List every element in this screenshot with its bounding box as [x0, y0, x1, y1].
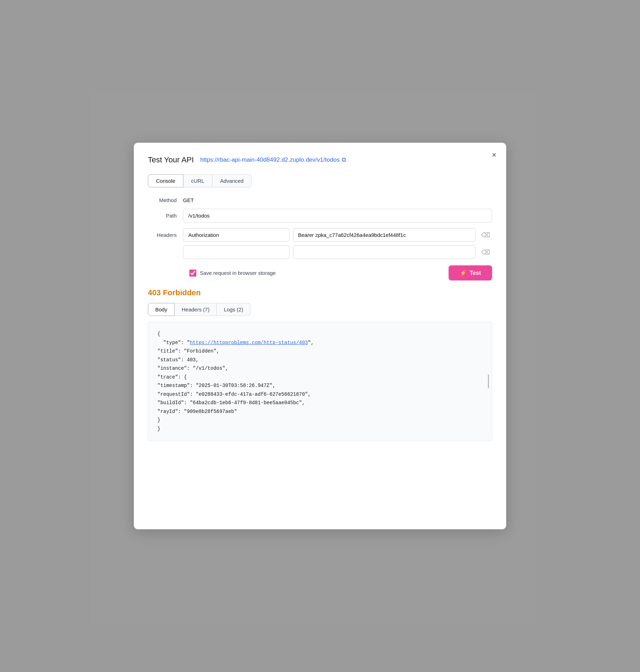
json-open-brace: { [157, 330, 483, 338]
headers-label: Headers [148, 228, 183, 238]
path-input[interactable] [183, 209, 492, 222]
modal-header: Test Your API https://rbac-api-main-40d8… [148, 155, 492, 164]
json-rayid-line: "rayId": "909e8b28f5697aeb" [157, 407, 483, 416]
tab-advanced[interactable]: Advanced [213, 174, 252, 187]
json-status-line: "status": 403, [157, 356, 483, 364]
modal: Test Your API https://rbac-api-main-40d8… [134, 143, 506, 529]
scrollbar-hint [488, 374, 489, 388]
response-tab-body[interactable]: Body [148, 303, 175, 316]
json-timestamp-line: "timestamp": "2025-01-30T03:58:26.947Z", [157, 381, 483, 390]
header-val-2[interactable] [293, 245, 476, 259]
path-row: Path [148, 209, 492, 222]
json-requestid-line: "requestId": "e0288433-efdc-417a-adf6-62… [157, 390, 483, 399]
headers-section: Headers ⌫ ⌫ [148, 228, 492, 259]
response-body: { "type": "https://httpproblems.com/http… [148, 322, 492, 441]
response-tab-headers[interactable]: Headers (7) [175, 303, 217, 316]
method-row: Method GET [148, 197, 492, 203]
header-key-2[interactable] [183, 245, 289, 259]
delete-icon-1: ⌫ [481, 231, 490, 239]
delete-icon-2: ⌫ [481, 248, 490, 256]
modal-url[interactable]: https://rbac-api-main-40d8492.d2.zuplo.d… [200, 156, 346, 163]
tab-bar: Console cURL Advanced [148, 174, 492, 187]
json-trace-close: } [157, 416, 483, 425]
json-trace-open: "trace": { [157, 373, 483, 382]
save-checkbox[interactable] [189, 270, 196, 277]
json-buildid-line: "buildId": "64ba2cdb-1eb6-47f9-8d81-bee5… [157, 399, 483, 407]
json-close-brace: } [157, 425, 483, 433]
save-test-row: Save request in browser storage ⚡ Test [148, 265, 492, 280]
modal-url-text: https://rbac-api-main-40d8492.d2.zuplo.d… [200, 156, 340, 163]
json-title-line: "title": "Forbidden", [157, 347, 483, 356]
path-label: Path [148, 213, 183, 219]
lightning-icon: ⚡ [460, 270, 467, 276]
response-tab-bar: Body Headers (7) Logs (2) [148, 303, 492, 316]
headers-inputs: ⌫ ⌫ [183, 228, 492, 259]
modal-title: Test Your API [148, 155, 194, 164]
header-delete-1[interactable]: ⌫ [479, 230, 492, 240]
modal-overlay: Test Your API https://rbac-api-main-40d8… [0, 0, 640, 672]
json-instance-line: "instance": "/v1/todos", [157, 364, 483, 373]
tab-curl[interactable]: cURL [183, 174, 213, 187]
test-label: Test [470, 270, 481, 276]
copy-icon[interactable]: ⧉ [342, 156, 346, 163]
json-type-link[interactable]: https://httpproblems.com/http-status/403 [190, 340, 308, 345]
header-row-2: ⌫ [183, 245, 492, 259]
response-status: 403 Forbidden [148, 288, 492, 297]
json-type-line: "type": "https://httpproblems.com/http-s… [157, 338, 483, 347]
save-checkbox-label[interactable]: Save request in browser storage [189, 270, 276, 277]
method-value: GET [183, 197, 194, 203]
header-delete-2[interactable]: ⌫ [479, 247, 492, 258]
header-key-1[interactable] [183, 228, 289, 242]
tab-console[interactable]: Console [148, 174, 183, 187]
test-button[interactable]: ⚡ Test [449, 265, 492, 280]
header-row-1: ⌫ [183, 228, 492, 242]
save-label-text: Save request in browser storage [200, 270, 276, 276]
close-button[interactable]: × [492, 151, 496, 159]
header-val-1[interactable] [293, 228, 476, 242]
method-label: Method [148, 197, 183, 203]
response-tab-logs[interactable]: Logs (2) [217, 303, 250, 316]
